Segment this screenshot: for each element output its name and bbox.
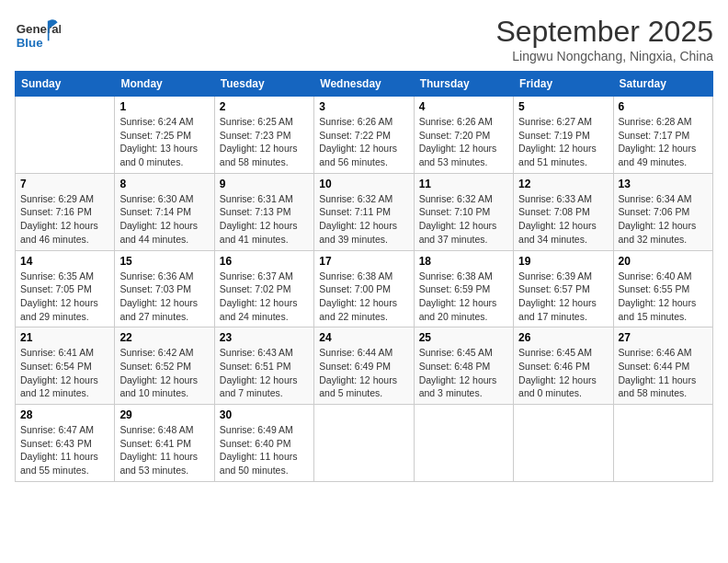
calendar-cell <box>514 405 613 482</box>
day-number: 4 <box>419 100 508 113</box>
calendar-table: Sunday Monday Tuesday Wednesday Thursday… <box>15 71 713 482</box>
calendar-cell: 11Sunrise: 6:32 AMSunset: 7:10 PMDayligh… <box>414 173 513 250</box>
day-number: 30 <box>220 408 309 421</box>
calendar-week-row: 21Sunrise: 6:41 AMSunset: 6:54 PMDayligh… <box>16 327 713 405</box>
calendar-cell: 16Sunrise: 6:37 AMSunset: 7:02 PMDayligh… <box>214 250 313 327</box>
day-info: Sunrise: 6:45 AMSunset: 6:46 PMDaylight:… <box>518 346 608 400</box>
day-info: Sunrise: 6:48 AMSunset: 6:41 PMDaylight:… <box>119 423 209 477</box>
day-info: Sunrise: 6:38 AMSunset: 7:00 PMDaylight:… <box>319 270 408 324</box>
day-info: Sunrise: 6:30 AMSunset: 7:14 PMDaylight:… <box>119 192 209 247</box>
day-number: 22 <box>119 331 209 344</box>
calendar-cell: 1Sunrise: 6:24 AMSunset: 7:25 PMDaylight… <box>115 97 214 174</box>
day-number: 15 <box>119 255 209 268</box>
calendar-cell: 2Sunrise: 6:25 AMSunset: 7:23 PMDaylight… <box>214 97 313 174</box>
day-number: 16 <box>220 255 309 268</box>
day-number: 11 <box>419 178 508 190</box>
day-info: Sunrise: 6:46 AMSunset: 6:44 PMDaylight:… <box>619 346 708 400</box>
day-info: Sunrise: 6:45 AMSunset: 6:48 PMDaylight:… <box>419 346 508 400</box>
calendar-cell <box>314 405 414 482</box>
calendar-cell <box>414 405 513 482</box>
svg-rect-2 <box>48 21 50 41</box>
calendar-cell: 17Sunrise: 6:38 AMSunset: 7:00 PMDayligh… <box>314 250 414 327</box>
day-info: Sunrise: 6:41 AMSunset: 6:54 PMDaylight:… <box>20 346 109 400</box>
header-friday: Friday <box>514 72 613 97</box>
calendar-cell: 23Sunrise: 6:43 AMSunset: 6:51 PMDayligh… <box>214 327 313 405</box>
day-number: 9 <box>220 178 309 190</box>
day-number: 26 <box>518 331 608 344</box>
location-subtitle: Lingwu Nongchang, Ningxia, China <box>495 49 713 63</box>
day-number: 19 <box>518 255 608 268</box>
day-number: 28 <box>20 408 109 421</box>
calendar-cell: 24Sunrise: 6:44 AMSunset: 6:49 PMDayligh… <box>314 327 414 405</box>
day-number: 2 <box>220 100 309 113</box>
day-number: 24 <box>319 331 408 344</box>
calendar-cell: 5Sunrise: 6:27 AMSunset: 7:19 PMDaylight… <box>514 97 613 174</box>
day-info: Sunrise: 6:38 AMSunset: 6:59 PMDaylight:… <box>419 270 508 324</box>
calendar-cell: 3Sunrise: 6:26 AMSunset: 7:22 PMDaylight… <box>314 97 414 174</box>
calendar-cell: 18Sunrise: 6:38 AMSunset: 6:59 PMDayligh… <box>414 250 513 327</box>
calendar-cell: 6Sunrise: 6:28 AMSunset: 7:17 PMDaylight… <box>613 97 712 174</box>
day-info: Sunrise: 6:40 AMSunset: 6:55 PMDaylight:… <box>619 270 708 324</box>
header-sunday: Sunday <box>16 72 115 97</box>
days-of-week-row: Sunday Monday Tuesday Wednesday Thursday… <box>16 72 713 97</box>
calendar-cell: 4Sunrise: 6:26 AMSunset: 7:20 PMDaylight… <box>414 97 513 174</box>
day-number: 17 <box>319 255 408 268</box>
day-info: Sunrise: 6:31 AMSunset: 7:13 PMDaylight:… <box>220 192 309 247</box>
calendar-week-row: 7Sunrise: 6:29 AMSunset: 7:16 PMDaylight… <box>16 173 713 250</box>
calendar-cell: 8Sunrise: 6:30 AMSunset: 7:14 PMDaylight… <box>115 173 214 250</box>
month-title: September 2025 <box>495 15 713 49</box>
day-number: 6 <box>619 100 708 113</box>
calendar-cell: 13Sunrise: 6:34 AMSunset: 7:06 PMDayligh… <box>613 173 712 250</box>
calendar-cell: 9Sunrise: 6:31 AMSunset: 7:13 PMDaylight… <box>214 173 313 250</box>
day-info: Sunrise: 6:34 AMSunset: 7:06 PMDaylight:… <box>619 192 708 247</box>
day-number: 7 <box>20 178 109 190</box>
calendar-cell: 22Sunrise: 6:42 AMSunset: 6:52 PMDayligh… <box>115 327 214 405</box>
day-number: 12 <box>518 178 608 190</box>
day-info: Sunrise: 6:36 AMSunset: 7:03 PMDaylight:… <box>119 270 209 324</box>
day-number: 5 <box>518 100 608 113</box>
header-wednesday: Wednesday <box>314 72 414 97</box>
logo-icon: General Blue <box>15 15 61 52</box>
calendar-cell: 19Sunrise: 6:39 AMSunset: 6:57 PMDayligh… <box>514 250 613 327</box>
day-info: Sunrise: 6:24 AMSunset: 7:25 PMDaylight:… <box>119 115 209 169</box>
header-saturday: Saturday <box>613 72 712 97</box>
day-info: Sunrise: 6:25 AMSunset: 7:23 PMDaylight:… <box>220 115 309 169</box>
calendar-cell: 14Sunrise: 6:35 AMSunset: 7:05 PMDayligh… <box>16 250 115 327</box>
day-info: Sunrise: 6:35 AMSunset: 7:05 PMDaylight:… <box>20 270 109 324</box>
day-number: 3 <box>319 100 408 113</box>
day-number: 27 <box>619 331 708 344</box>
header-thursday: Thursday <box>414 72 513 97</box>
svg-text:Blue: Blue <box>17 36 43 50</box>
day-info: Sunrise: 6:26 AMSunset: 7:20 PMDaylight:… <box>419 115 508 169</box>
calendar-cell: 28Sunrise: 6:47 AMSunset: 6:43 PMDayligh… <box>16 405 115 482</box>
day-number: 13 <box>619 178 708 190</box>
calendar-cell: 15Sunrise: 6:36 AMSunset: 7:03 PMDayligh… <box>115 250 214 327</box>
calendar-cell: 12Sunrise: 6:33 AMSunset: 7:08 PMDayligh… <box>514 173 613 250</box>
calendar-cell: 25Sunrise: 6:45 AMSunset: 6:48 PMDayligh… <box>414 327 513 405</box>
day-info: Sunrise: 6:47 AMSunset: 6:43 PMDaylight:… <box>20 423 109 477</box>
calendar-cell <box>613 405 712 482</box>
calendar-cell: 21Sunrise: 6:41 AMSunset: 6:54 PMDayligh… <box>16 327 115 405</box>
day-number: 10 <box>319 178 408 190</box>
calendar-body: 1Sunrise: 6:24 AMSunset: 7:25 PMDaylight… <box>16 97 713 482</box>
day-info: Sunrise: 6:32 AMSunset: 7:10 PMDaylight:… <box>419 192 508 247</box>
day-number: 18 <box>419 255 508 268</box>
calendar-week-row: 28Sunrise: 6:47 AMSunset: 6:43 PMDayligh… <box>16 405 713 482</box>
calendar-cell: 26Sunrise: 6:45 AMSunset: 6:46 PMDayligh… <box>514 327 613 405</box>
calendar-cell: 20Sunrise: 6:40 AMSunset: 6:55 PMDayligh… <box>613 250 712 327</box>
title-block: September 2025 Lingwu Nongchang, Ningxia… <box>495 15 713 63</box>
day-number: 14 <box>20 255 109 268</box>
day-number: 25 <box>419 331 508 344</box>
day-info: Sunrise: 6:32 AMSunset: 7:11 PMDaylight:… <box>319 192 408 247</box>
day-number: 8 <box>119 178 209 190</box>
day-info: Sunrise: 6:28 AMSunset: 7:17 PMDaylight:… <box>619 115 708 169</box>
day-info: Sunrise: 6:33 AMSunset: 7:08 PMDaylight:… <box>518 192 608 247</box>
calendar-cell: 10Sunrise: 6:32 AMSunset: 7:11 PMDayligh… <box>314 173 414 250</box>
day-number: 1 <box>119 100 209 113</box>
day-info: Sunrise: 6:44 AMSunset: 6:49 PMDaylight:… <box>319 346 408 400</box>
header-monday: Monday <box>115 72 214 97</box>
day-info: Sunrise: 6:26 AMSunset: 7:22 PMDaylight:… <box>319 115 408 169</box>
day-info: Sunrise: 6:42 AMSunset: 6:52 PMDaylight:… <box>119 346 209 400</box>
calendar-cell: 7Sunrise: 6:29 AMSunset: 7:16 PMDaylight… <box>16 173 115 250</box>
calendar-cell <box>16 97 115 174</box>
